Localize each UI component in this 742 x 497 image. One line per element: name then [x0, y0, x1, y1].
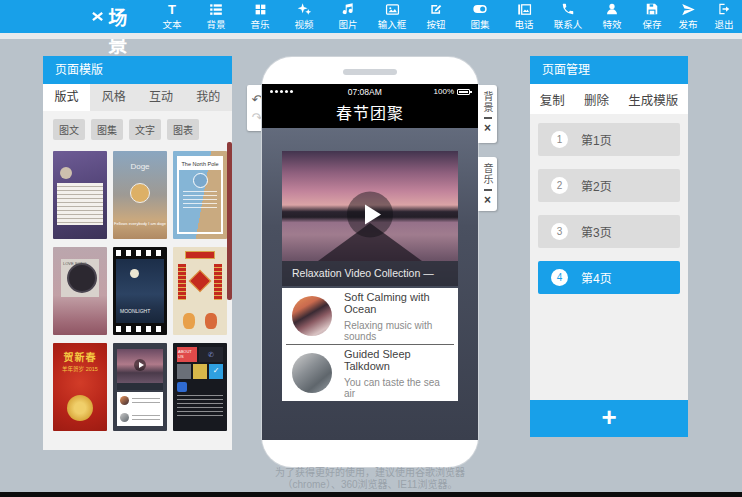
track-thumbnail	[292, 296, 332, 336]
templates-scrollbar[interactable]	[227, 142, 232, 300]
status-time: 07:08AM	[296, 87, 434, 97]
minimize-icon[interactable]	[484, 117, 492, 119]
tool-contacts[interactable]: 联系人	[546, 2, 590, 31]
thumb	[120, 396, 129, 405]
page-content: Relaxation Video Collection — Soft Calmi…	[262, 128, 478, 401]
template-title: LOVE SONG	[63, 261, 87, 266]
tab-style[interactable]: 风格	[90, 84, 137, 111]
minimize-icon[interactable]	[484, 189, 492, 191]
template-thumb-relaxation-video[interactable]	[113, 343, 167, 431]
template-thumb-profile-card[interactable]	[53, 151, 107, 239]
publish-button[interactable]: 发布	[670, 2, 706, 31]
editor-window: 微场景 T 文本 背景 音乐 视频 图片	[0, 0, 742, 497]
caption-bar	[117, 383, 163, 390]
toolbar-tools: T 文本 背景 音乐 视频 图片 输入框	[150, 2, 634, 31]
track-subtitle: You can taste the sea air	[344, 377, 448, 399]
template-title: Doge	[113, 162, 167, 171]
phone-screen: 07:08AM 100% 春节团聚 Relaxation Video Colle…	[262, 84, 478, 440]
tool-video[interactable]: 视频	[282, 2, 326, 31]
night-scene: MOONLIGHT	[116, 259, 164, 323]
redo-icon[interactable]: ↷	[252, 111, 263, 124]
edit-icon	[429, 2, 443, 16]
tool-phone-element[interactable]: 电话	[502, 2, 546, 31]
template-title: MOONLIGHT	[120, 308, 150, 314]
tab-interactive[interactable]: 互动	[138, 84, 185, 111]
list-icon	[209, 2, 223, 16]
track-subtitle: Relaxing music with sounds	[344, 320, 448, 342]
tab-layout[interactable]: 版式	[43, 84, 90, 111]
toggle-icon	[472, 2, 488, 16]
list-row	[117, 392, 163, 409]
phone-speaker	[343, 69, 397, 75]
video-element[interactable]: Relaxation Video Collection —	[282, 151, 458, 286]
templates-panel-title: 页面模版	[43, 56, 232, 84]
template-thumb-new-year-2015[interactable]: 贺新春 羊年贺岁 2015	[53, 343, 107, 431]
film-sprockets	[116, 250, 164, 256]
tool-music[interactable]: 音乐	[238, 2, 282, 31]
page-label: 第1页	[581, 131, 612, 148]
text-card	[57, 183, 103, 225]
page-templates-panel: 页面模版 版式 风格 互动 我的 图文 图集 文字 图表 Doge Fellow…	[43, 56, 232, 450]
page-label: 第3页	[581, 223, 612, 240]
app-logo-text: 微场景	[108, 0, 140, 57]
app-logo: 微场景	[92, 0, 140, 57]
page-list: 1 第1页 2 第2页 3 第3页 4 第4页 +	[530, 114, 688, 437]
template-thumb-doge[interactable]: Doge Fellows everybody I am doge	[113, 151, 167, 239]
tool-picture[interactable]: 图片	[326, 2, 370, 31]
close-icon[interactable]: ×	[484, 195, 491, 206]
page-item-1[interactable]: 1 第1页	[538, 123, 680, 156]
tool-text[interactable]: T 文本	[150, 2, 194, 31]
delete-button[interactable]: 删除	[584, 90, 609, 109]
playlist-item[interactable]: Guided Sleep Talkdown You can taste the …	[282, 345, 458, 401]
page-label: 第2页	[581, 177, 612, 194]
tool-button[interactable]: 按钮	[414, 2, 458, 31]
figure	[205, 313, 217, 329]
save-button[interactable]: 保存	[634, 2, 670, 31]
close-icon[interactable]: ×	[484, 123, 491, 134]
template-thumb-spring-couplets[interactable]	[173, 247, 227, 335]
video-caption: Relaxation Video Collection —	[282, 261, 458, 286]
page-management-panel: 页面管理 复制 删除 生成模版 1 第1页 2 第2页 3 第3页 4 第4页 …	[530, 56, 688, 437]
tool-input-box[interactable]: 输入框	[370, 2, 414, 31]
play-button[interactable]	[347, 191, 393, 237]
framed-image-icon	[517, 2, 532, 16]
template-thumb-north-pole[interactable]: The North Pole	[173, 151, 227, 239]
template-thumb-love-song[interactable]: LOVE SONG	[53, 247, 107, 335]
filter-gallery[interactable]: 图集	[91, 119, 123, 140]
text-lines	[177, 395, 223, 417]
generate-template-button[interactable]: 生成模版	[628, 90, 678, 109]
filter-text[interactable]: 文字	[129, 119, 161, 140]
couplet-right	[214, 264, 222, 300]
figure	[183, 313, 195, 329]
tool-gallery[interactable]: 图集	[458, 2, 502, 31]
music-control-tab: 音乐 ×	[478, 157, 497, 211]
filter-chart[interactable]: 图表	[167, 119, 199, 140]
play-icon	[134, 359, 146, 371]
page-item-3[interactable]: 3 第3页	[538, 215, 680, 248]
tool-background[interactable]: 背景	[194, 2, 238, 31]
tool-effects[interactable]: 特效	[590, 2, 634, 31]
add-page-button[interactable]: +	[530, 400, 688, 437]
template-thumb-moonlight[interactable]: MOONLIGHT	[113, 247, 167, 335]
list-card	[117, 392, 163, 426]
app-tile	[177, 382, 187, 392]
about-tile: ABOUT US	[177, 347, 197, 362]
page-title[interactable]: 春节团聚	[262, 99, 478, 128]
playlist-item[interactable]: Soft Calming with Ocean Relaxing music w…	[282, 288, 458, 344]
filter-image-text[interactable]: 图文	[53, 119, 85, 140]
page-item-2[interactable]: 2 第2页	[538, 169, 680, 202]
diamond-ornament	[189, 270, 212, 293]
copy-button[interactable]: 复制	[540, 90, 565, 109]
magic-stars-icon	[297, 2, 312, 16]
tab-mine[interactable]: 我的	[185, 84, 232, 111]
page-item-4-selected[interactable]: 4 第4页	[538, 261, 680, 294]
page-number-badge: 1	[551, 131, 568, 148]
chat-tile	[193, 364, 207, 379]
template-thumb-metro-tiles[interactable]: ABOUT US ✆ ✓	[173, 343, 227, 431]
page-label: 第4页	[581, 269, 612, 286]
exit-button[interactable]: 退出	[706, 2, 742, 31]
playlist-card: Soft Calming with Ocean Relaxing music w…	[282, 288, 458, 401]
undo-icon[interactable]: ↶	[252, 93, 263, 106]
bottom-bar	[0, 492, 742, 497]
publish-icon	[681, 2, 696, 16]
